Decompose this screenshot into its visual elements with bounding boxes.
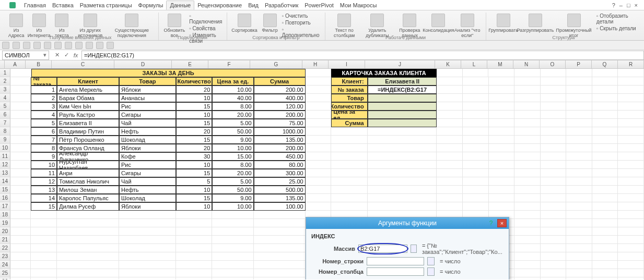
cell[interactable] <box>489 202 515 211</box>
cell[interactable] <box>566 269 592 277</box>
cell[interactable] <box>463 152 489 161</box>
cell[interactable] <box>176 252 212 261</box>
cell[interactable]: Томислав Николич <box>57 177 119 186</box>
app-menu-icon[interactable] <box>9 2 16 8</box>
ribbon-button[interactable]: Из Адреса <box>7 13 25 40</box>
cell[interactable] <box>463 94 489 102</box>
name-box[interactable]: СИМВОЛ ▾ <box>2 51 49 60</box>
cell[interactable] <box>514 177 541 186</box>
row-header[interactable]: 22 <box>0 244 10 252</box>
ribbon-small-button[interactable]: ▫ Повторить <box>282 19 321 26</box>
cell[interactable]: Яблоки <box>119 202 176 211</box>
cell[interactable]: Цена за ед. <box>331 111 367 119</box>
cell[interactable] <box>618 86 644 94</box>
cell[interactable] <box>306 161 332 169</box>
cell[interactable] <box>212 252 253 261</box>
cell[interactable]: 10 <box>176 161 212 169</box>
cell[interactable] <box>541 227 567 236</box>
cell[interactable] <box>31 252 57 261</box>
cell[interactable] <box>541 277 567 279</box>
cell[interactable]: 20 <box>176 144 212 152</box>
cell[interactable] <box>592 219 618 227</box>
cell[interactable] <box>566 127 592 136</box>
cell[interactable]: Нефть <box>119 186 176 194</box>
cell[interactable] <box>10 202 31 211</box>
cell[interactable] <box>566 169 592 177</box>
column-header[interactable]: M <box>487 60 513 68</box>
cell[interactable] <box>437 202 463 211</box>
cell[interactable] <box>306 169 332 177</box>
cell[interactable] <box>10 119 31 127</box>
cell[interactable] <box>618 277 644 279</box>
cell[interactable] <box>119 277 176 279</box>
cell[interactable] <box>10 144 31 152</box>
cell[interactable] <box>331 202 367 211</box>
row-header[interactable]: 18 <box>0 211 10 219</box>
cell[interactable] <box>566 244 592 252</box>
cell[interactable] <box>592 77 618 86</box>
cell[interactable] <box>592 127 618 136</box>
cell[interactable] <box>176 211 212 219</box>
cell[interactable]: 50.00 <box>212 127 253 136</box>
cell[interactable]: 20 <box>176 127 212 136</box>
cell[interactable]: Рауль Кастро <box>57 111 119 119</box>
qicon[interactable] <box>23 42 30 49</box>
cell[interactable]: 135.00 <box>254 194 306 202</box>
cell[interactable] <box>31 219 57 227</box>
cell[interactable] <box>618 219 644 227</box>
cell[interactable]: Цена за ед. <box>212 77 253 86</box>
cancel-formula-icon[interactable]: ✕ <box>53 52 61 59</box>
cell[interactable] <box>437 177 463 186</box>
row-header[interactable]: 11 <box>0 152 10 161</box>
cell[interactable] <box>368 194 437 202</box>
cell[interactable] <box>541 202 567 211</box>
help-icon[interactable]: ? <box>612 2 615 8</box>
cell[interactable] <box>331 194 367 202</box>
row-header[interactable]: 12 <box>0 161 10 169</box>
cell[interactable]: 10 <box>176 111 212 119</box>
cell[interactable] <box>489 144 515 152</box>
cell[interactable]: Нефть <box>119 127 176 136</box>
cell[interactable] <box>489 186 515 194</box>
cell[interactable]: Пётр Порошенко <box>57 136 119 144</box>
cell[interactable]: 9.00 <box>212 194 253 202</box>
cell[interactable] <box>618 227 644 236</box>
chevron-down-icon[interactable]: ▾ <box>43 52 46 58</box>
cell[interactable]: 10 <box>176 186 212 194</box>
cell[interactable] <box>592 211 618 219</box>
cell[interactable] <box>10 169 31 177</box>
row-header[interactable]: 4 <box>0 94 10 102</box>
cell[interactable]: 9.00 <box>212 136 253 144</box>
cell[interactable] <box>489 177 515 186</box>
row-header[interactable]: 21 <box>0 236 10 244</box>
cell[interactable] <box>541 261 567 269</box>
cell[interactable] <box>489 136 515 144</box>
cell[interactable] <box>541 169 567 177</box>
cell[interactable]: 1000.00 <box>254 127 306 136</box>
cell[interactable] <box>10 127 31 136</box>
cell[interactable]: 15 <box>176 119 212 127</box>
cell[interactable] <box>541 244 567 252</box>
cell[interactable] <box>306 102 332 111</box>
cell[interactable]: 5.00 <box>212 119 253 127</box>
cell[interactable] <box>10 219 31 227</box>
cell[interactable] <box>31 269 57 277</box>
cell[interactable]: Клиент <box>57 77 119 86</box>
cell[interactable] <box>592 227 618 236</box>
cell[interactable] <box>57 227 119 236</box>
cell[interactable] <box>592 119 618 127</box>
row-header[interactable]: 2 <box>0 77 10 86</box>
cell[interactable]: 15 <box>176 194 212 202</box>
cell[interactable] <box>618 77 644 86</box>
cell[interactable]: 15 <box>31 202 57 211</box>
ribbon-tab[interactable]: Вид <box>245 1 262 9</box>
cell[interactable] <box>541 219 567 227</box>
cell[interactable]: № заказа <box>331 86 367 94</box>
cell[interactable] <box>514 252 541 261</box>
cell[interactable] <box>437 111 463 119</box>
column-header[interactable]: P <box>566 60 592 68</box>
cell[interactable]: 50.00 <box>212 186 253 194</box>
row-header[interactable]: 3 <box>0 86 10 94</box>
cell[interactable] <box>592 177 618 186</box>
cell[interactable] <box>592 136 618 144</box>
